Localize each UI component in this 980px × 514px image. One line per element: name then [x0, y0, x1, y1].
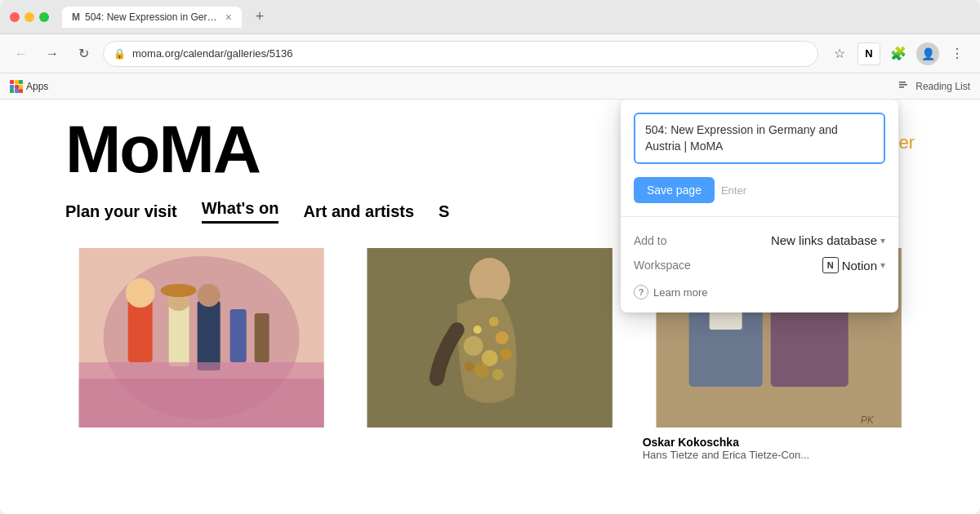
toolbar-right: ☆ N 🧩 👤 ⋮	[826, 41, 970, 67]
tab-close-button[interactable]: ×	[225, 11, 232, 23]
learn-more-row: ? Learn more	[634, 278, 885, 299]
minimize-window-button[interactable]	[24, 12, 34, 22]
workspace-label: Workspace	[634, 259, 691, 272]
address-bar: ← → ↻ 🔒 moma.org/calendar/galleries/5136…	[0, 34, 980, 73]
url-bar[interactable]: 🔒 moma.org/calendar/galleries/5136	[103, 41, 818, 67]
notion-n-icon: N	[822, 257, 839, 273]
workspace-row: Workspace N Notion ▾	[634, 252, 885, 278]
new-tab-button[interactable]: +	[248, 6, 271, 29]
notion-popup: Save page Enter Add to New links databas…	[621, 100, 898, 312]
help-icon: ?	[634, 285, 648, 299]
svg-rect-11	[899, 86, 904, 88]
svg-rect-4	[15, 85, 19, 89]
notion-label: Notion	[842, 259, 877, 273]
svg-rect-6	[10, 89, 14, 93]
svg-rect-9	[899, 82, 906, 83]
traffic-lights	[10, 12, 49, 22]
more-button[interactable]: ⋮	[944, 41, 970, 67]
apps-icon	[10, 80, 23, 93]
svg-rect-10	[899, 84, 907, 86]
extensions-button[interactable]: 🧩	[885, 41, 911, 67]
popup-divider	[621, 216, 898, 217]
enter-hint: Enter	[721, 184, 746, 197]
url-text: moma.org/calendar/galleries/5136	[132, 47, 808, 60]
star-button[interactable]: ☆	[826, 41, 853, 67]
page-title-input[interactable]	[634, 113, 885, 164]
svg-rect-8	[19, 89, 23, 93]
back-button[interactable]: ←	[10, 42, 33, 65]
svg-rect-0	[10, 80, 14, 84]
database-chevron-icon: ▾	[880, 235, 885, 246]
svg-rect-2	[19, 80, 23, 84]
tab-favicon: M	[72, 11, 80, 23]
notion-extension-button[interactable]: N	[858, 42, 880, 65]
reading-list-icon	[898, 80, 911, 93]
database-value: New links database	[771, 233, 877, 247]
reading-list[interactable]: Reading List	[898, 80, 970, 93]
forward-button[interactable]: →	[41, 42, 64, 65]
maximize-window-button[interactable]	[39, 12, 49, 22]
svg-rect-1	[15, 80, 19, 84]
workspace-chevron-icon: ▾	[880, 259, 885, 271]
reload-button[interactable]: ↻	[72, 42, 95, 65]
workspace-selector[interactable]: N Notion ▾	[822, 257, 885, 273]
close-window-button[interactable]	[10, 12, 20, 22]
learn-more-link[interactable]: Learn more	[653, 286, 707, 299]
database-selector[interactable]: New links database ▾	[771, 233, 885, 247]
reading-list-label: Reading List	[915, 81, 970, 92]
popup-overlay: Save page Enter Add to New links databas…	[0, 100, 980, 514]
svg-rect-3	[10, 85, 14, 89]
browser-tab[interactable]: M 504: New Expression in Germa... ×	[62, 7, 242, 28]
svg-rect-7	[15, 89, 19, 93]
page-content: MoMA Res ember Plan your visit What's on…	[0, 100, 980, 514]
bookmarks-bar: Apps Reading List	[0, 73, 980, 100]
popup-actions: Save page Enter	[634, 177, 885, 203]
browser-frame: M 504: New Expression in Germa... × + ← …	[0, 0, 980, 514]
lock-icon: 🔒	[114, 48, 126, 60]
profile-button[interactable]: 👤	[916, 42, 939, 65]
add-to-label: Add to	[634, 234, 666, 247]
add-to-row: Add to New links database ▾	[634, 228, 885, 252]
svg-rect-5	[19, 85, 23, 89]
apps-label[interactable]: Apps	[26, 81, 48, 92]
save-page-button[interactable]: Save page	[634, 177, 715, 203]
tab-title: 504: New Expression in Germa...	[85, 11, 220, 23]
title-bar: M 504: New Expression in Germa... × +	[0, 0, 980, 34]
